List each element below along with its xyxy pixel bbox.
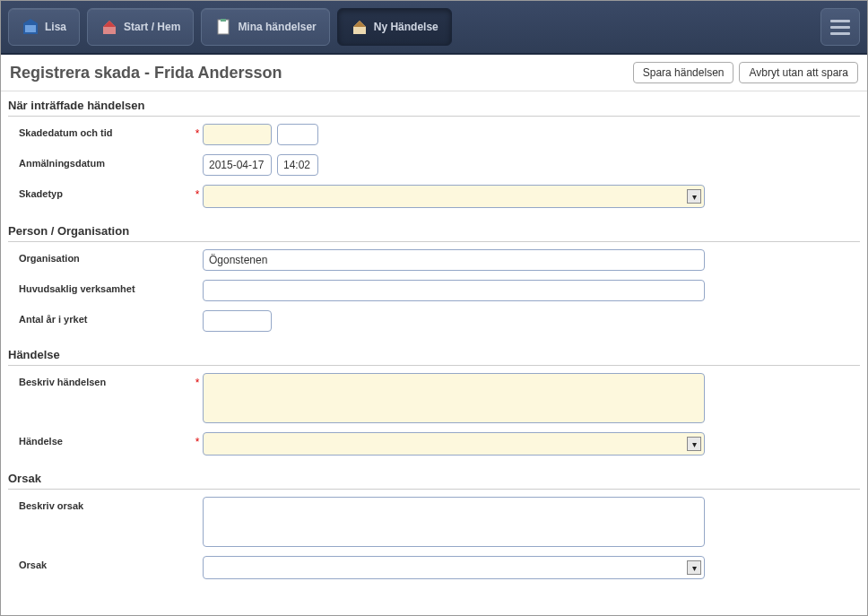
cancel-button[interactable]: Avbryt utan att spara bbox=[739, 62, 858, 83]
save-button[interactable]: Spara händelsen bbox=[633, 62, 734, 83]
nav-lisa[interactable]: Lisa bbox=[8, 8, 80, 46]
skadedatum-time-input[interactable] bbox=[277, 124, 318, 145]
nav-start[interactable]: Start / Hem bbox=[87, 8, 194, 46]
label-beskrivorsak: Beskriv orsak bbox=[8, 497, 192, 511]
required-marker: * bbox=[192, 185, 203, 201]
nav-ny-label: Ny Händelse bbox=[374, 21, 438, 33]
label-huvudverk: Huvudsaklig verksamhet bbox=[8, 280, 192, 294]
organisation-input[interactable] bbox=[203, 249, 705, 271]
required-marker: * bbox=[192, 373, 203, 389]
home-icon bbox=[100, 18, 118, 36]
page-header: Registrera skada - Frida Andersson Spara… bbox=[1, 55, 867, 91]
nav-start-label: Start / Hem bbox=[124, 21, 180, 33]
section-person: Person / Organisation bbox=[8, 217, 860, 242]
beskrivhandelse-textarea[interactable] bbox=[203, 373, 705, 423]
label-skadedatum: Skadedatum och tid bbox=[8, 124, 192, 138]
antalar-input[interactable] bbox=[203, 310, 272, 332]
label-organisation: Organisation bbox=[8, 249, 192, 264]
label-orsak: Orsak bbox=[8, 556, 192, 570]
label-anmalning: Anmälningsdatum bbox=[8, 154, 192, 169]
handelse-select[interactable] bbox=[203, 432, 705, 455]
section-cause: Orsak bbox=[8, 464, 860, 490]
skadetyp-select[interactable] bbox=[203, 185, 705, 208]
nav-lisa-label: Lisa bbox=[45, 21, 66, 33]
house-icon bbox=[351, 18, 369, 36]
svg-rect-2 bbox=[221, 19, 226, 22]
beskrivorsak-textarea[interactable] bbox=[203, 497, 705, 547]
anmalning-date-input[interactable] bbox=[203, 154, 272, 176]
skadedatum-date-input[interactable] bbox=[203, 124, 272, 145]
required-marker: * bbox=[192, 124, 203, 140]
label-antalar: Antal år i yrket bbox=[8, 310, 192, 325]
section-event: Händelse bbox=[8, 341, 860, 366]
nav-mina[interactable]: Mina händelser bbox=[201, 8, 329, 46]
section-when: När inträffade händelsen bbox=[8, 91, 860, 117]
globe-icon bbox=[22, 18, 39, 36]
svg-rect-1 bbox=[218, 20, 229, 34]
required-marker: * bbox=[192, 432, 203, 448]
nav-mina-label: Mina händelser bbox=[238, 21, 316, 33]
orsak-select[interactable] bbox=[203, 556, 705, 579]
label-beskrivhandelse: Beskriv händelsen bbox=[8, 373, 192, 387]
form-scroll-area[interactable]: När inträffade händelsen Skadedatum och … bbox=[1, 91, 867, 616]
top-navbar: Lisa Start / Hem Mina händelser Ny Hände… bbox=[1, 1, 867, 55]
svg-rect-0 bbox=[25, 25, 36, 32]
huvudverk-input[interactable] bbox=[203, 280, 705, 301]
menu-button[interactable] bbox=[820, 8, 860, 46]
nav-ny-handelse[interactable]: Ny Händelse bbox=[337, 8, 452, 46]
label-skadetyp: Skadetyp bbox=[8, 185, 192, 199]
anmalning-time-input[interactable] bbox=[277, 154, 318, 176]
clipboard-icon bbox=[214, 18, 232, 36]
label-handelse: Händelse bbox=[8, 432, 192, 447]
page-title: Registrera skada - Frida Andersson bbox=[10, 64, 282, 82]
